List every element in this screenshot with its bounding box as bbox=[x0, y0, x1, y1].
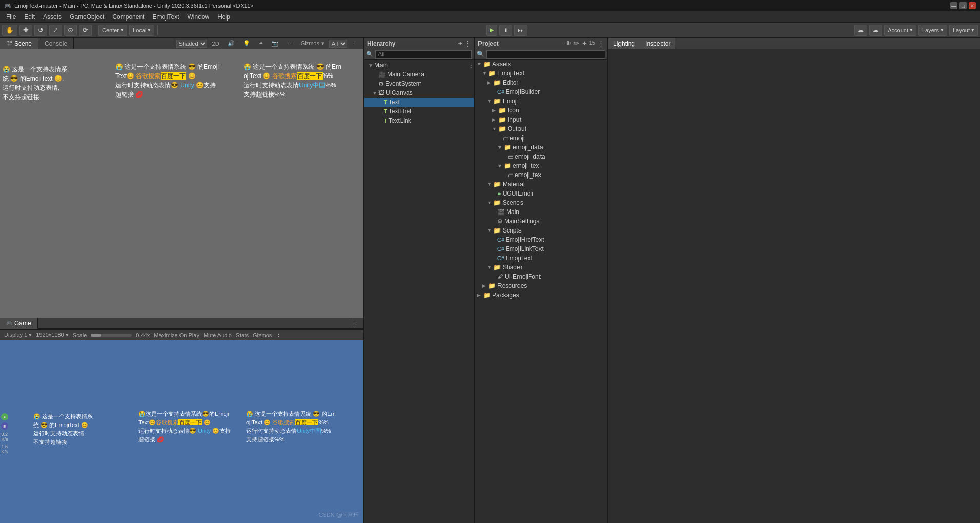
hier-main-more[interactable]: ⋮ bbox=[469, 63, 474, 68]
hierarchy-add-btn[interactable]: + bbox=[458, 40, 462, 47]
proj-scenes[interactable]: ▼ 📁 Scenes bbox=[475, 198, 607, 207]
proj-uiemojifont[interactable]: 🖋 UI-EmojiFont bbox=[475, 272, 607, 281]
game-text-block-1: 😭 这是一个支持表情系 统 😎 的EmojiText 😊, 运行时支持动态表情,… bbox=[33, 412, 93, 446]
hier-texthref[interactable]: T TextHref bbox=[364, 107, 474, 116]
gizmos-btn[interactable]: Gizmos ▾ bbox=[297, 40, 327, 47]
project-star-btn[interactable]: ✦ bbox=[582, 40, 587, 47]
hier-textlink[interactable]: T TextLink bbox=[364, 116, 474, 125]
proj-assets[interactable]: ▼ 📁 Assets bbox=[475, 60, 607, 69]
proj-emoji-tex-folder[interactable]: ▼ 📁 emoji_tex bbox=[475, 161, 607, 170]
proj-resources[interactable]: ▶ 📁 Resources bbox=[475, 281, 607, 290]
proj-emoji-data-file[interactable]: 🗃 emoji_data bbox=[475, 152, 607, 161]
tool-transform[interactable]: ⟳ bbox=[79, 25, 92, 36]
menu-gameobject[interactable]: GameObject bbox=[66, 12, 108, 22]
tab-lighting[interactable]: Lighting bbox=[608, 38, 640, 49]
display-select[interactable]: Display 1 ▾ bbox=[4, 332, 32, 338]
layers-button[interactable]: Layers ▾ bbox=[918, 25, 947, 36]
all-select[interactable]: All bbox=[329, 40, 347, 48]
menu-assets[interactable]: Assets bbox=[39, 12, 66, 22]
tab-game[interactable]: 🎮 Game bbox=[0, 318, 38, 329]
cloud-settings-button[interactable]: ☁ bbox=[854, 25, 867, 36]
hier-uicanvas[interactable]: ▼ 🖼 UICanvas bbox=[364, 88, 474, 98]
proj-mainscene-label: Main bbox=[506, 208, 519, 216]
proj-emojilink[interactable]: C# EmojiLinkText bbox=[475, 244, 607, 254]
tab-console[interactable]: Console bbox=[38, 38, 74, 49]
hier-main-camera[interactable]: 🎥 Main Camera bbox=[364, 70, 474, 79]
tool-hand[interactable]: ✋ bbox=[2, 25, 17, 36]
menu-window[interactable]: Window bbox=[183, 12, 213, 22]
proj-emoji-folder-icon: 📁 bbox=[488, 70, 496, 77]
proj-emoji-folder[interactable]: ▼ 📁 Emoji bbox=[475, 96, 607, 106]
proj-main-scene[interactable]: 🎬 Main bbox=[475, 207, 607, 217]
project-search-input[interactable] bbox=[486, 50, 605, 59]
proj-scripts[interactable]: ▼ 📁 Scripts bbox=[475, 226, 607, 235]
collab-button[interactable]: ☁ bbox=[869, 25, 882, 36]
mode-2d-btn[interactable]: 2D bbox=[209, 40, 223, 47]
game-more-btn[interactable]: ⋮ bbox=[276, 332, 282, 338]
proj-tex-arrow: ▼ bbox=[497, 163, 503, 168]
menu-edit[interactable]: Edit bbox=[20, 12, 39, 22]
hier-text[interactable]: T Text bbox=[364, 98, 474, 107]
minimize-button[interactable]: — bbox=[950, 2, 957, 9]
hierarchy-more-btn[interactable]: ⋮ bbox=[464, 40, 471, 47]
proj-icon[interactable]: ▶ 📁 Icon bbox=[475, 106, 607, 115]
proj-packages[interactable]: ▶ 📁 Packages bbox=[475, 290, 607, 300]
pivot-button[interactable]: Center ▾ bbox=[98, 25, 127, 36]
hier-eventsystem[interactable]: ⚙ EventSystem bbox=[364, 79, 474, 88]
account-button[interactable]: Account ▾ bbox=[884, 25, 916, 36]
proj-emojitext-cs[interactable]: C# EmojiText bbox=[475, 254, 607, 263]
proj-material[interactable]: ▼ 📁 Material bbox=[475, 180, 607, 189]
more-icon[interactable]: ⋮ bbox=[351, 320, 361, 326]
proj-emojitext[interactable]: ▼ 📁 EmojiText bbox=[475, 69, 607, 78]
project-pencil-btn[interactable]: ✏ bbox=[574, 40, 579, 47]
menu-help[interactable]: Help bbox=[213, 12, 234, 22]
title-bar-controls[interactable]: — □ ✕ bbox=[950, 2, 976, 9]
scene-more-btn[interactable]: ⋯ bbox=[284, 40, 295, 47]
menu-file[interactable]: File bbox=[2, 12, 20, 22]
project-more-btn[interactable]: ⋮ bbox=[597, 40, 604, 47]
sound-btn[interactable]: 🔊 bbox=[225, 40, 238, 47]
menu-component[interactable]: Component bbox=[108, 12, 148, 22]
tab-inspector[interactable]: Inspector bbox=[640, 38, 675, 49]
stats-btn[interactable]: Stats bbox=[236, 332, 249, 338]
play-button[interactable]: ▶ bbox=[486, 25, 497, 36]
tool-rect[interactable]: ⊙ bbox=[64, 25, 77, 36]
proj-output[interactable]: ▼ 📁 Output bbox=[475, 124, 607, 133]
maximize-on-play-btn[interactable]: Maximize On Play bbox=[154, 332, 199, 338]
proj-shader[interactable]: ▼ 📁 Shader bbox=[475, 263, 607, 272]
tool-move[interactable]: ✚ bbox=[19, 25, 32, 36]
proj-emojibuilder[interactable]: C# EmojiBuilder bbox=[475, 87, 607, 96]
tool-rotate[interactable]: ↺ bbox=[34, 25, 47, 36]
gizmos-game-btn[interactable]: Gizmos bbox=[253, 332, 272, 338]
resolution-select[interactable]: 1920x1080 ▾ bbox=[36, 332, 69, 338]
mute-audio-btn[interactable]: Mute Audio bbox=[204, 332, 232, 338]
proj-emojihref[interactable]: C# EmojiHrefText bbox=[475, 235, 607, 244]
close-button[interactable]: ✕ bbox=[969, 2, 976, 9]
tool-scale[interactable]: ⤢ bbox=[49, 25, 62, 36]
step-button[interactable]: ⏭ bbox=[514, 25, 527, 36]
fx-btn[interactable]: ✦ bbox=[255, 40, 266, 47]
project-eye-btn[interactable]: 👁 bbox=[565, 40, 572, 47]
layout-button[interactable]: Layout ▾ bbox=[949, 25, 978, 36]
tab-scene[interactable]: 🎬 Scene bbox=[0, 38, 38, 49]
proj-editor[interactable]: ▶ 📁 Editor bbox=[475, 78, 607, 87]
proj-input[interactable]: ▶ 📁 Input bbox=[475, 115, 607, 124]
menu-emojitext[interactable]: EmojiText bbox=[148, 12, 183, 22]
local-button[interactable]: Local ▾ bbox=[129, 25, 154, 36]
hierarchy-search-input[interactable] bbox=[375, 50, 472, 59]
hier-main[interactable]: ▼ Main ⋮ bbox=[364, 61, 474, 70]
proj-mainsettings[interactable]: ⚙ MainSettings bbox=[475, 217, 607, 226]
proj-ugui-label: UGUIEmoji bbox=[503, 190, 533, 197]
maximize-button[interactable]: □ bbox=[959, 2, 967, 9]
more-btn[interactable]: ⋮ bbox=[349, 40, 361, 47]
proj-emoji-tex-file[interactable]: 🗃 emoji_tex bbox=[475, 170, 607, 180]
proj-ugui[interactable]: ● UGUIEmoji bbox=[475, 189, 607, 198]
proj-emoji-file[interactable]: 🗃 emoji bbox=[475, 133, 607, 143]
shaded-select[interactable]: Shaded bbox=[176, 40, 207, 48]
scene-cam-btn[interactable]: 📷 bbox=[268, 40, 282, 47]
light-btn[interactable]: 💡 bbox=[240, 40, 253, 47]
scale-slider[interactable] bbox=[91, 334, 132, 337]
game-text-block-2: 😭这是一个支持表情系统😎的Emoji Text😊谷歌搜索百度一下 😊 运行时支持… bbox=[138, 410, 231, 443]
pause-button[interactable]: ⏸ bbox=[499, 25, 512, 36]
proj-emoji-data-folder[interactable]: ▼ 📁 emoji_data bbox=[475, 143, 607, 152]
